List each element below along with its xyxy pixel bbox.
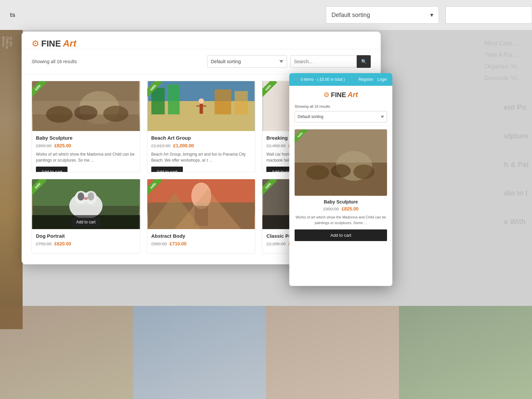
phone-product-area: Baby Sculpture £900.00 £825.00 Works of … [289, 126, 392, 244]
price-sale-1: £825.00 [54, 143, 71, 148]
sale-badge-5 [147, 179, 166, 198]
phone-price-sale: £825.00 [341, 206, 358, 211]
product-info-abstract-body: Abstract Body £890.00 £710.00 [147, 229, 255, 253]
phone-product-desc: Works of art which show the Madonna and … [295, 214, 387, 225]
price-original-3: £1,458.00 [266, 143, 286, 148]
add-to-cart-button-1[interactable]: Add to cart [36, 167, 67, 172]
product-info-beach-art-group: Beach Art Group £1,612.00 £1,000.00 Beac… [147, 131, 255, 172]
phone-register-link[interactable]: Register [358, 77, 373, 82]
svg-point-55 [331, 164, 351, 178]
modal-toolbar: Showing all 16 results Default sorting S… [22, 49, 381, 74]
sale-badge-1 [32, 81, 51, 100]
main-logo-gear: ⚙ [32, 39, 39, 49]
price-original-4: £750.00 [36, 241, 52, 246]
bg-bottom-art [0, 306, 532, 399]
svg-point-35 [77, 193, 84, 200]
product-price-2: £1,612.00 £1,000.00 [151, 143, 251, 149]
phone-product-image [295, 129, 387, 196]
svg-point-56 [353, 165, 375, 179]
search-input[interactable] [290, 55, 357, 68]
svg-point-6 [103, 106, 128, 122]
phone-cart-info: 🛒 0 items - ( £0.00 in total ) [295, 77, 345, 82]
main-logo-art: Art [63, 38, 76, 49]
svg-rect-12 [234, 91, 248, 114]
phone-product-title: Baby Sculpture [295, 199, 387, 204]
search-box: 🔍 [290, 55, 371, 68]
phone-results: Showing all 16 results [295, 104, 387, 108]
bg-cat-1: Most Crea... [484, 40, 522, 47]
svg-point-34 [84, 197, 88, 200]
product-title-5: Abstract Body [151, 233, 251, 239]
svg-rect-11 [214, 89, 231, 114]
bg-sorting-chevron: ▾ [430, 11, 433, 19]
phone-add-to-cart-button[interactable]: Add to cart [295, 229, 387, 241]
bg-header: ts Default sorting ▾ [0, 0, 532, 30]
sorting-select[interactable]: Default sorting Sort by popularity Sort … [207, 55, 287, 68]
bg-cat-4: Decorate Yo... [484, 75, 522, 82]
add-to-cart-button-2[interactable]: Add to cart [151, 167, 183, 172]
sorting-group: Default sorting Sort by popularity Sort … [207, 55, 371, 68]
bg-results: ts [0, 12, 15, 19]
bg-art-strip-left: ch shoChild calptures. [0, 30, 23, 329]
price-original-5: £890.00 [151, 241, 167, 246]
phone-logo-art: Art [347, 90, 358, 99]
search-button[interactable]: 🔍 [357, 55, 371, 68]
phone-logo-fine: FINE [331, 91, 346, 99]
product-card-dog-art: Add to cart Dog Portrait £750.00 £620.00 [32, 179, 140, 254]
product-image-dog-art: Add to cart [32, 179, 140, 229]
product-title-4: Dog Portrait [36, 233, 136, 239]
phone-logo-area: ⚙ FINEArt [289, 86, 392, 102]
product-price-4: £750.00 £620.00 [36, 241, 136, 247]
price-sale-5: £710.00 [170, 241, 187, 246]
price-sale-2: £1,000.00 [173, 143, 194, 148]
price-original-6: £1,200.00 [266, 241, 286, 246]
product-price-5: £890.00 £710.00 [151, 241, 251, 247]
bg-art-4 [399, 306, 532, 399]
bg-art-label: ch shoChild calptures. [2, 37, 13, 49]
product-info-baby-sculpture: Baby Sculpture £900.00 £825.00 Works of … [32, 131, 140, 172]
phone-sorting-select[interactable]: Default sorting Sort by popularity [295, 111, 387, 122]
bg-sorting-label: Default sorting [332, 12, 370, 19]
results-count: Showing all 16 results [32, 59, 77, 64]
product-card-abstract-body: Abstract Body £890.00 £710.00 [147, 179, 256, 254]
phone-sale-badge [295, 129, 311, 146]
product-image-beach-art-group [147, 81, 255, 131]
bg-sorting-select[interactable]: Default sorting ▾ [326, 6, 439, 24]
bg-right-text: ent Po ulpture h & Pai dio In I e With [504, 103, 529, 226]
bg-art-3 [266, 306, 399, 399]
svg-rect-14 [200, 104, 203, 114]
bg-cat-3: Organize Yo... [484, 63, 522, 70]
svg-point-54 [306, 165, 330, 180]
phone-logo-gear: ⚙ [324, 91, 330, 99]
product-card-beach-art-group: Beach Art Group £1,612.00 £1,000.00 Beac… [147, 81, 256, 172]
phone-mockup: 🛒 0 items - ( £0.00 in total ) Register … [289, 73, 392, 286]
svg-point-36 [87, 193, 94, 200]
svg-point-13 [199, 98, 204, 104]
svg-point-5 [74, 105, 97, 120]
phone-logo: ⚙ FINEArt [324, 90, 358, 99]
bg-search-box[interactable] [446, 6, 532, 24]
phone-cart-text: 🛒 0 items - ( £0.00 in total ) [295, 77, 345, 82]
phone-product-price: £900.00 £825.00 [295, 206, 387, 212]
bg-cat-2: Take A Pai... [484, 52, 522, 59]
svg-point-4 [46, 106, 72, 123]
modal-header: ⚙ FINEArt [22, 32, 381, 49]
svg-rect-10 [168, 84, 180, 114]
product-info-dog-art: Dog Portrait £750.00 £620.00 [32, 229, 140, 253]
phone-toolbar: Showing all 16 results Default sorting S… [289, 102, 392, 126]
product-card-baby-sculpture: Baby Sculpture £900.00 £825.00 Works of … [32, 81, 140, 172]
bg-art-2 [133, 306, 266, 399]
phone-login-link[interactable]: Login [377, 77, 387, 82]
product-image-abstract-body [147, 179, 255, 229]
price-sale-4: £620.00 [54, 241, 71, 246]
product-title-2: Beach Art Group [151, 135, 251, 141]
sale-badge-3 [262, 81, 281, 100]
bg-art-1 [0, 306, 133, 399]
sale-badge-6 [262, 179, 281, 198]
price-original-1: £900.00 [36, 143, 52, 148]
add-to-cart-overlay-4[interactable]: Add to cart [71, 218, 100, 226]
product-desc-2: Beach Art Group, bringing art and fun to… [151, 151, 251, 163]
product-title-1: Baby Sculpture [36, 135, 136, 141]
phone-header: 🛒 0 items - ( £0.00 in total ) Register … [289, 73, 392, 86]
product-desc-1: Works of art which show the Madonna and … [36, 151, 136, 163]
